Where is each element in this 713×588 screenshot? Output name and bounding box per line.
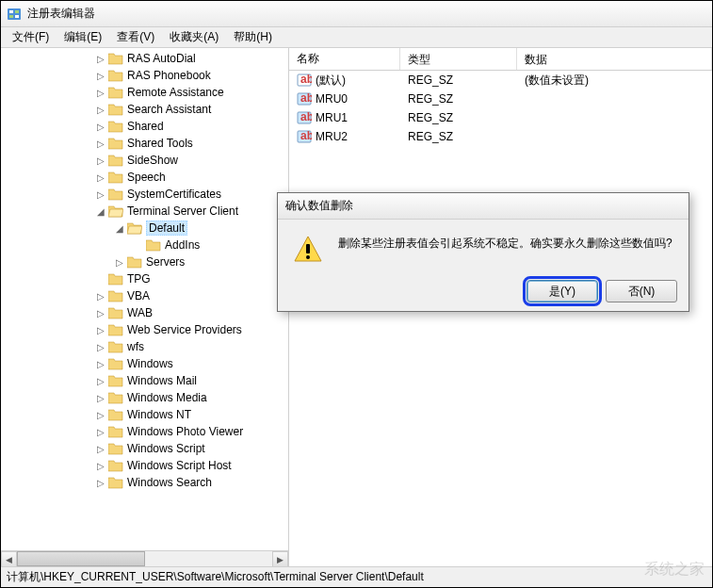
tree-toggle-icon[interactable]: ▷: [95, 358, 106, 369]
value-data-cell: [517, 97, 712, 101]
tree-label: SideShow: [127, 154, 178, 167]
statusbar-path: 计算机\HKEY_CURRENT_USER\Software\Microsoft…: [7, 569, 424, 585]
tree-node[interactable]: ▷ Remote Assistance: [1, 84, 288, 101]
tree-toggle-icon[interactable]: ▷: [95, 188, 106, 200]
value-row[interactable]: ab MRU1 REG_SZ: [289, 108, 712, 127]
menu-file[interactable]: 文件(F): [5, 27, 57, 47]
tree-node[interactable]: ▷ Shared Tools: [1, 135, 288, 152]
tree-node[interactable]: ▷ SideShow: [1, 152, 288, 169]
tree-node[interactable]: ▷ Windows Media: [1, 389, 288, 406]
tree-scrollbar-horizontal[interactable]: ◀ ▶: [1, 550, 288, 566]
header-type[interactable]: 类型: [400, 48, 517, 70]
tree-node[interactable]: ▷ Search Assistant: [1, 101, 288, 118]
menu-edit[interactable]: 编辑(E): [57, 27, 109, 47]
tree-toggle-icon[interactable]: ▷: [95, 53, 106, 64]
value-row[interactable]: ab MRU0 REG_SZ: [289, 90, 712, 108]
tree-node[interactable]: ▷ Windows Script Host: [1, 457, 288, 474]
tree-node[interactable]: ▷ Windows NT: [1, 406, 288, 423]
tree-toggle-icon[interactable]: ▷: [95, 392, 106, 403]
no-button[interactable]: 否(N): [606, 280, 677, 302]
tree-node[interactable]: AddIns: [1, 237, 288, 253]
tree-toggle-icon[interactable]: ▷: [95, 307, 106, 318]
dialog-title[interactable]: 确认数值删除: [278, 193, 689, 220]
tree-label: Default: [146, 220, 187, 236]
tree-node[interactable]: ▷ Windows Photo Viewer: [1, 423, 288, 440]
tree-toggle-icon[interactable]: ▷: [95, 477, 106, 488]
tree-node[interactable]: ▷ Web Service Providers: [1, 321, 288, 338]
tree-node[interactable]: ▷ Speech: [1, 169, 288, 186]
warning-icon: [293, 235, 323, 265]
tree-node[interactable]: ▷ RAS AutoDial: [1, 50, 288, 67]
menu-help[interactable]: 帮助(H): [226, 27, 280, 47]
dialog-buttons: 是(Y) 否(N): [278, 280, 689, 314]
tree-toggle-icon[interactable]: ▷: [95, 324, 106, 335]
tree-toggle-icon[interactable]: ◢: [114, 222, 125, 234]
tree-toggle-icon[interactable]: ▷: [95, 341, 106, 352]
tree-node[interactable]: ▷ VBA: [1, 287, 288, 304]
svg-text:ab: ab: [300, 129, 312, 142]
tree-toggle-icon[interactable]: ▷: [95, 155, 106, 166]
tree-label: RAS Phonebook: [127, 69, 211, 82]
tree-node[interactable]: ▷ WAB: [1, 304, 288, 321]
tree-toggle-icon[interactable]: ◢: [95, 205, 106, 217]
tree-label: Windows NT: [127, 408, 191, 421]
tree-node[interactable]: ▷ Shared: [1, 118, 288, 135]
tree-label: RAS AutoDial: [127, 52, 196, 65]
tree-toggle-icon[interactable]: ▷: [95, 409, 106, 420]
value-type-cell: REG_SZ: [400, 128, 517, 145]
statusbar: 计算机\HKEY_CURRENT_USER\Software\Microsoft…: [1, 566, 712, 587]
tree-node[interactable]: ◢ Default: [1, 220, 288, 237]
tree-toggle-icon[interactable]: ▷: [95, 70, 106, 81]
tree-label: Windows Script: [127, 442, 205, 455]
scroll-track[interactable]: [17, 551, 272, 566]
scroll-right-button[interactable]: ▶: [272, 551, 288, 566]
tree-toggle-icon[interactable]: ▷: [95, 426, 106, 437]
tree-toggle-icon[interactable]: ▷: [95, 172, 106, 183]
header-name[interactable]: 名称: [289, 48, 400, 70]
svg-rect-2: [9, 15, 13, 18]
regedit-icon: [7, 7, 22, 22]
tree-toggle-icon[interactable]: ▷: [95, 87, 106, 98]
yes-button[interactable]: 是(Y): [527, 280, 598, 302]
value-name-cell: ab MRU2: [289, 127, 400, 146]
tree-label: Windows Media: [127, 391, 207, 404]
tree-node[interactable]: ▷ Windows Search: [1, 474, 288, 491]
tree-toggle-icon[interactable]: ▷: [95, 375, 106, 386]
scroll-thumb[interactable]: [17, 551, 145, 566]
svg-rect-1: [9, 10, 13, 13]
tree-label: wfs: [127, 340, 144, 353]
tree-label: Terminal Server Client: [127, 204, 238, 218]
scroll-left-button[interactable]: ◀: [1, 551, 17, 566]
menu-favorites[interactable]: 收藏夹(A): [162, 27, 226, 47]
tree-node[interactable]: ▷ SystemCertificates: [1, 186, 288, 203]
value-data-cell: (数值未设置): [517, 71, 712, 90]
tree-node[interactable]: TPG: [1, 270, 288, 287]
tree-toggle-icon[interactable]: ▷: [95, 121, 106, 132]
tree-node[interactable]: ▷ Windows Script: [1, 440, 288, 457]
list-header: 名称 类型 数据: [289, 48, 712, 71]
tree-toggle-icon[interactable]: ▷: [95, 290, 106, 302]
tree-label: WAB: [127, 306, 153, 319]
tree-panel[interactable]: ▷ RAS AutoDial▷ RAS Phonebook▷ Remote As…: [1, 48, 289, 566]
tree-toggle-icon[interactable]: ▷: [114, 256, 125, 268]
tree-node[interactable]: ▷ RAS Phonebook: [1, 67, 288, 84]
tree-label: Search Assistant: [127, 103, 211, 116]
tree-node[interactable]: ◢ Terminal Server Client: [1, 203, 288, 220]
tree-node[interactable]: ▷ Servers: [1, 253, 288, 270]
tree-label: Remote Assistance: [127, 86, 224, 99]
tree-toggle-icon[interactable]: ▷: [95, 443, 106, 454]
menu-view[interactable]: 查看(V): [109, 27, 162, 47]
tree-node[interactable]: ▷ wfs: [1, 338, 288, 355]
value-row[interactable]: ab (默认) REG_SZ (数值未设置): [289, 71, 712, 90]
tree-node[interactable]: ▷ Windows Mail: [1, 372, 288, 389]
tree-node[interactable]: ▷ Windows: [1, 355, 288, 372]
tree-toggle-icon[interactable]: ▷: [95, 104, 106, 115]
header-data[interactable]: 数据: [517, 48, 712, 70]
svg-rect-3: [15, 10, 19, 13]
tree-toggle-icon[interactable]: ▷: [95, 460, 106, 471]
tree-toggle-icon[interactable]: ▷: [95, 138, 106, 149]
tree-label: TPG: [127, 272, 151, 286]
tree-label: Servers: [146, 255, 185, 269]
value-row[interactable]: ab MRU2 REG_SZ: [289, 127, 712, 146]
value-type-cell: REG_SZ: [400, 90, 517, 107]
